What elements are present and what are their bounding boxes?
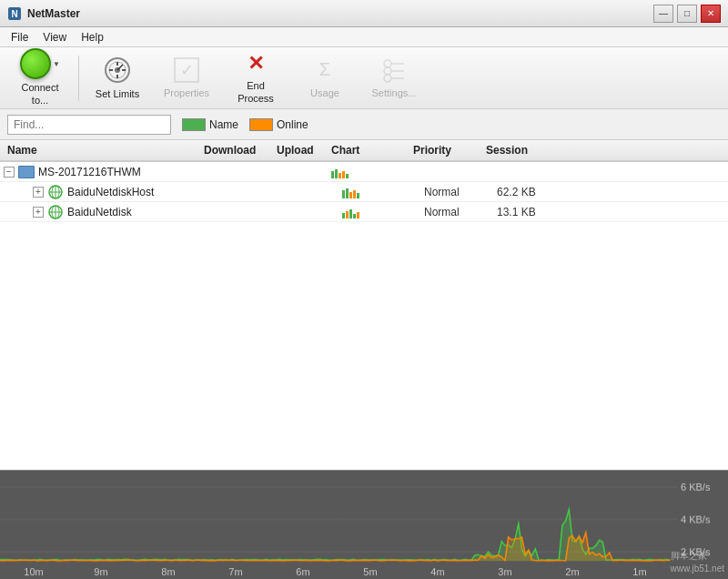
legend-online-box <box>249 118 273 131</box>
col-header-chart: Chart <box>331 144 413 157</box>
connect-button[interactable]: ▼ Connect to... <box>7 52 73 105</box>
col-header-session: Session <box>486 144 559 157</box>
legend-name-label: Name <box>209 118 238 131</box>
data-table: Name Download Upload Chart Priority Sess… <box>0 140 728 470</box>
table-row[interactable]: + BaiduNetdisk N <box>0 202 728 222</box>
col-header-upload: Upload <box>277 144 331 157</box>
connect-label: Connect to... <box>12 82 68 106</box>
row-priority-2: Normal <box>424 206 497 218</box>
row-name-0: − MS-20171216THWM <box>4 166 204 178</box>
col-header-priority: Priority <box>413 144 486 157</box>
row-session-1: 62.2 KB <box>497 186 570 198</box>
window-title: NetMaster <box>27 7 80 20</box>
connect-icon: ▼ <box>25 49 55 78</box>
menu-bar: File View Help <box>0 27 728 47</box>
title-bar: N NetMaster — □ ✕ <box>0 0 728 27</box>
search-input[interactable] <box>7 115 171 135</box>
settings-button[interactable]: Settings... <box>361 52 427 105</box>
network-icon-1 <box>47 185 64 199</box>
close-button[interactable]: ✕ <box>701 5 721 23</box>
table-row[interactable]: − MS-20171216THWM <box>0 162 728 182</box>
end-process-icon: ✕ <box>241 51 270 76</box>
properties-button[interactable]: ✓ Properties <box>154 52 219 105</box>
main-content: Name Download Upload Chart Priority Sess… <box>0 140 728 579</box>
svg-point-12 <box>384 75 391 82</box>
table-row[interactable]: + BaiduNetdiskHost <box>0 182 728 202</box>
computer-icon <box>18 166 35 178</box>
minimize-button[interactable]: — <box>653 5 673 23</box>
properties-label: Properties <box>164 87 209 99</box>
watermark: 脚本之家www.jb51.net <box>671 550 724 575</box>
end-process-label: End Process <box>228 80 284 104</box>
legend-name: Name <box>182 118 238 131</box>
legend-online-label: Online <box>277 118 308 131</box>
legend-online: Online <box>249 118 308 131</box>
row-name-1: + BaiduNetdiskHost <box>15 185 215 199</box>
settings-label: Settings... <box>372 87 417 99</box>
usage-button[interactable]: Σ Usage <box>292 52 358 105</box>
menu-view[interactable]: View <box>35 29 74 46</box>
col-header-download: Download <box>204 144 277 157</box>
row-chart-0 <box>331 166 413 178</box>
svg-text:N: N <box>11 9 17 19</box>
row-session-2: 13.1 KB <box>497 206 570 218</box>
table-header: Name Download Upload Chart Priority Sess… <box>0 140 728 162</box>
row-name-2: + BaiduNetdisk <box>15 205 215 219</box>
set-limits-button[interactable]: Set Limits <box>85 52 150 105</box>
row-chart-1 <box>342 186 424 198</box>
tree-expand-1[interactable]: + <box>33 187 44 198</box>
set-limits-label: Set Limits <box>96 88 139 100</box>
svg-point-11 <box>384 67 391 75</box>
set-limits-icon <box>103 56 132 85</box>
svg-point-10 <box>384 60 391 67</box>
row-priority-1: Normal <box>424 186 497 198</box>
row-chart-2 <box>342 206 424 218</box>
usage-label: Usage <box>310 87 339 99</box>
app-icon: N <box>7 6 22 21</box>
chart-canvas <box>0 471 728 579</box>
legend-name-box <box>182 118 206 131</box>
network-icon-2 <box>47 205 64 219</box>
search-area: Name Online <box>0 109 728 140</box>
properties-icon: ✓ <box>172 56 201 85</box>
usage-icon: Σ <box>310 56 339 85</box>
col-header-name: Name <box>4 144 204 157</box>
tree-expand-2[interactable]: + <box>33 207 44 218</box>
maximize-button[interactable]: □ <box>677 5 697 23</box>
tree-expand-0[interactable]: − <box>4 167 15 178</box>
title-bar-controls: — □ ✕ <box>653 5 721 23</box>
menu-help[interactable]: Help <box>74 29 111 46</box>
toolbar-divider-1 <box>78 56 79 101</box>
title-bar-left: N NetMaster <box>7 6 80 21</box>
menu-file[interactable]: File <box>4 29 35 46</box>
bottom-chart: 脚本之家www.jb51.net <box>0 470 728 579</box>
end-process-button[interactable]: ✕ End Process <box>223 52 288 105</box>
toolbar: ▼ Connect to... Set Limits ✓ Pr <box>0 47 728 109</box>
settings-icon <box>379 56 409 85</box>
